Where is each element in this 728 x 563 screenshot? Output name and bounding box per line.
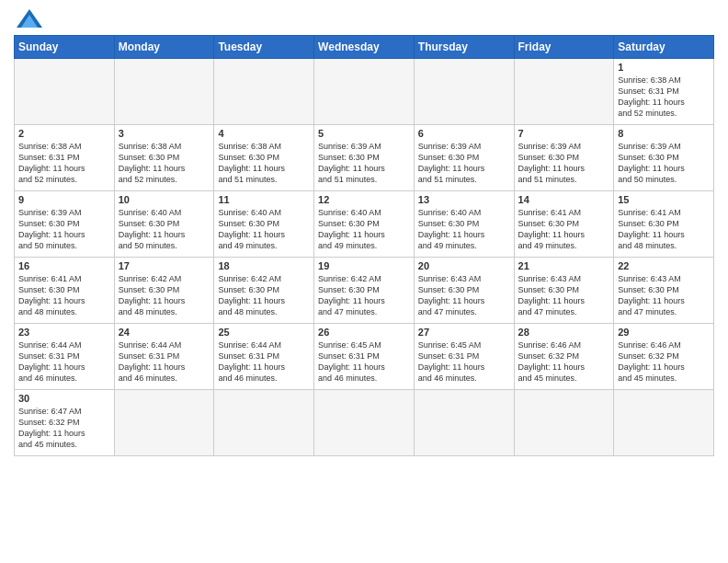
calendar-day-cell: 24Sunrise: 6:44 AM Sunset: 6:31 PM Dayli… <box>114 324 214 390</box>
day-info: Sunrise: 6:42 AM Sunset: 6:30 PM Dayligh… <box>218 273 310 318</box>
calendar-day-cell: 13Sunrise: 6:40 AM Sunset: 6:30 PM Dayli… <box>414 191 514 258</box>
day-info: Sunrise: 6:44 AM Sunset: 6:31 PM Dayligh… <box>218 339 310 385</box>
calendar-week-row: 23Sunrise: 6:44 AM Sunset: 6:31 PM Dayli… <box>15 324 714 390</box>
day-number: 8 <box>618 128 710 139</box>
day-info: Sunrise: 6:41 AM Sunset: 6:30 PM Dayligh… <box>618 207 710 252</box>
calendar-day-cell: 10Sunrise: 6:40 AM Sunset: 6:30 PM Dayli… <box>114 191 214 258</box>
calendar-day-cell: 22Sunrise: 6:43 AM Sunset: 6:30 PM Dayli… <box>614 258 714 324</box>
calendar-day-cell <box>514 59 614 125</box>
day-info: Sunrise: 6:39 AM Sunset: 6:30 PM Dayligh… <box>18 207 110 252</box>
calendar-day-cell: 3Sunrise: 6:38 AM Sunset: 6:30 PM Daylig… <box>114 125 214 191</box>
day-number: 21 <box>518 260 610 271</box>
day-number: 28 <box>518 327 610 338</box>
calendar-week-row: 30Sunrise: 6:47 AM Sunset: 6:32 PM Dayli… <box>15 390 714 456</box>
calendar-day-cell: 21Sunrise: 6:43 AM Sunset: 6:30 PM Dayli… <box>514 258 614 324</box>
day-number: 9 <box>18 194 110 205</box>
day-number: 18 <box>218 260 310 271</box>
day-info: Sunrise: 6:45 AM Sunset: 6:31 PM Dayligh… <box>418 339 510 385</box>
calendar-day-cell: 9Sunrise: 6:39 AM Sunset: 6:30 PM Daylig… <box>15 191 115 258</box>
calendar-day-cell: 17Sunrise: 6:42 AM Sunset: 6:30 PM Dayli… <box>114 258 214 324</box>
calendar-day-cell: 18Sunrise: 6:42 AM Sunset: 6:30 PM Dayli… <box>214 258 314 324</box>
calendar-table: SundayMondayTuesdayWednesdayThursdayFrid… <box>14 35 714 456</box>
day-info: Sunrise: 6:44 AM Sunset: 6:31 PM Dayligh… <box>119 339 210 385</box>
day-number: 17 <box>119 260 210 271</box>
calendar-day-cell: 16Sunrise: 6:41 AM Sunset: 6:30 PM Dayli… <box>15 258 115 324</box>
weekday-header-monday: Monday <box>114 36 214 59</box>
calendar-day-cell: 20Sunrise: 6:43 AM Sunset: 6:30 PM Dayli… <box>414 258 514 324</box>
calendar-day-cell: 19Sunrise: 6:42 AM Sunset: 6:30 PM Dayli… <box>314 258 415 324</box>
calendar-day-cell <box>15 59 115 125</box>
day-number: 13 <box>418 194 510 205</box>
day-number: 30 <box>18 393 110 404</box>
day-info: Sunrise: 6:39 AM Sunset: 6:30 PM Dayligh… <box>518 141 610 186</box>
calendar-day-cell <box>414 390 514 456</box>
day-info: Sunrise: 6:41 AM Sunset: 6:30 PM Dayligh… <box>518 207 610 252</box>
calendar-header: SundayMondayTuesdayWednesdayThursdayFrid… <box>15 36 714 59</box>
calendar-day-cell: 26Sunrise: 6:45 AM Sunset: 6:31 PM Dayli… <box>314 324 415 390</box>
calendar-day-cell: 8Sunrise: 6:39 AM Sunset: 6:30 PM Daylig… <box>614 125 714 191</box>
calendar-day-cell <box>314 59 415 125</box>
weekday-header-friday: Friday <box>514 36 614 59</box>
calendar-day-cell: 25Sunrise: 6:44 AM Sunset: 6:31 PM Dayli… <box>214 324 314 390</box>
calendar-day-cell: 2Sunrise: 6:38 AM Sunset: 6:31 PM Daylig… <box>15 125 115 191</box>
day-number: 16 <box>18 260 110 271</box>
calendar-day-cell: 7Sunrise: 6:39 AM Sunset: 6:30 PM Daylig… <box>514 125 614 191</box>
calendar-day-cell: 15Sunrise: 6:41 AM Sunset: 6:30 PM Dayli… <box>614 191 714 258</box>
day-number: 7 <box>518 128 610 139</box>
calendar-week-row: 2Sunrise: 6:38 AM Sunset: 6:31 PM Daylig… <box>15 125 714 191</box>
day-info: Sunrise: 6:45 AM Sunset: 6:31 PM Dayligh… <box>318 339 410 385</box>
weekday-header-saturday: Saturday <box>614 36 714 59</box>
day-info: Sunrise: 6:44 AM Sunset: 6:31 PM Dayligh… <box>18 339 110 385</box>
calendar-day-cell: 4Sunrise: 6:38 AM Sunset: 6:30 PM Daylig… <box>214 125 314 191</box>
day-number: 20 <box>418 260 510 271</box>
day-number: 10 <box>119 194 210 205</box>
day-number: 5 <box>318 128 410 139</box>
day-info: Sunrise: 6:46 AM Sunset: 6:32 PM Dayligh… <box>518 339 610 385</box>
calendar-day-cell: 30Sunrise: 6:47 AM Sunset: 6:32 PM Dayli… <box>15 390 115 456</box>
calendar-day-cell <box>114 59 214 125</box>
day-info: Sunrise: 6:39 AM Sunset: 6:30 PM Dayligh… <box>418 141 510 186</box>
calendar-day-cell <box>114 390 214 456</box>
weekday-header-thursday: Thursday <box>414 36 514 59</box>
day-info: Sunrise: 6:40 AM Sunset: 6:30 PM Dayligh… <box>119 207 210 252</box>
weekday-header-tuesday: Tuesday <box>214 36 314 59</box>
weekday-header-sunday: Sunday <box>15 36 115 59</box>
day-number: 2 <box>18 128 110 139</box>
day-info: Sunrise: 6:47 AM Sunset: 6:32 PM Dayligh… <box>18 406 110 451</box>
day-info: Sunrise: 6:42 AM Sunset: 6:30 PM Dayligh… <box>318 273 410 318</box>
day-info: Sunrise: 6:38 AM Sunset: 6:30 PM Dayligh… <box>119 141 210 186</box>
day-number: 12 <box>318 194 410 205</box>
calendar-week-row: 16Sunrise: 6:41 AM Sunset: 6:30 PM Dayli… <box>15 258 714 324</box>
day-number: 26 <box>318 327 410 338</box>
day-info: Sunrise: 6:43 AM Sunset: 6:30 PM Dayligh… <box>518 273 610 318</box>
calendar-day-cell <box>414 59 514 125</box>
day-info: Sunrise: 6:41 AM Sunset: 6:30 PM Dayligh… <box>18 273 110 318</box>
day-info: Sunrise: 6:43 AM Sunset: 6:30 PM Dayligh… <box>418 273 510 318</box>
calendar-day-cell: 23Sunrise: 6:44 AM Sunset: 6:31 PM Dayli… <box>15 324 115 390</box>
day-number: 25 <box>218 327 310 338</box>
day-info: Sunrise: 6:46 AM Sunset: 6:32 PM Dayligh… <box>618 339 710 385</box>
calendar-week-row: 9Sunrise: 6:39 AM Sunset: 6:30 PM Daylig… <box>15 191 714 258</box>
day-number: 15 <box>618 194 710 205</box>
calendar-day-cell: 29Sunrise: 6:46 AM Sunset: 6:32 PM Dayli… <box>614 324 714 390</box>
calendar-day-cell: 11Sunrise: 6:40 AM Sunset: 6:30 PM Dayli… <box>214 191 314 258</box>
weekday-row: SundayMondayTuesdayWednesdayThursdayFrid… <box>15 36 714 59</box>
day-info: Sunrise: 6:42 AM Sunset: 6:30 PM Dayligh… <box>119 273 210 318</box>
day-number: 14 <box>518 194 610 205</box>
calendar-day-cell <box>314 390 415 456</box>
day-number: 1 <box>618 62 710 73</box>
day-number: 22 <box>618 260 710 271</box>
logo-icon <box>17 9 42 28</box>
day-number: 3 <box>119 128 210 139</box>
calendar-week-row: 1Sunrise: 6:38 AM Sunset: 6:31 PM Daylig… <box>15 59 714 125</box>
day-number: 6 <box>418 128 510 139</box>
day-number: 24 <box>119 327 210 338</box>
day-info: Sunrise: 6:39 AM Sunset: 6:30 PM Dayligh… <box>318 141 410 186</box>
calendar-day-cell <box>614 390 714 456</box>
calendar-day-cell: 28Sunrise: 6:46 AM Sunset: 6:32 PM Dayli… <box>514 324 614 390</box>
calendar-day-cell: 12Sunrise: 6:40 AM Sunset: 6:30 PM Dayli… <box>314 191 415 258</box>
day-info: Sunrise: 6:43 AM Sunset: 6:30 PM Dayligh… <box>618 273 710 318</box>
day-info: Sunrise: 6:40 AM Sunset: 6:30 PM Dayligh… <box>318 207 410 252</box>
day-info: Sunrise: 6:40 AM Sunset: 6:30 PM Dayligh… <box>418 207 510 252</box>
logo <box>14 9 42 28</box>
